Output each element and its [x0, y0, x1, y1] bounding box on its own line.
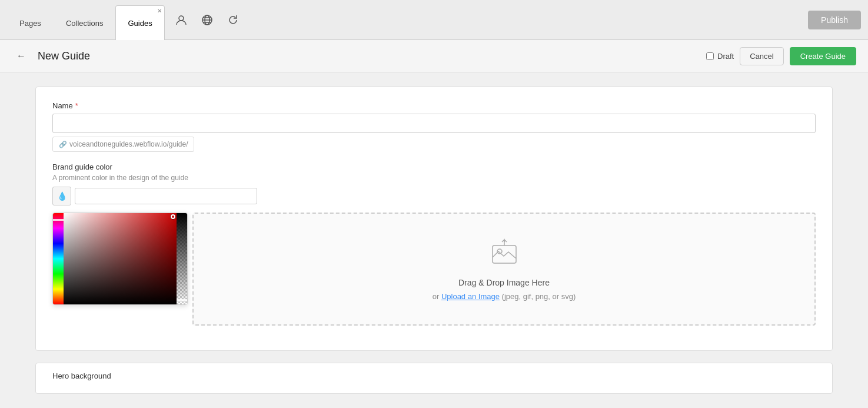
- upload-icon: [489, 237, 520, 268]
- name-required-star: *: [75, 101, 78, 110]
- alpha-strip[interactable]: [177, 213, 187, 304]
- topbar-icons: [169, 0, 245, 39]
- top-bar: Pages Collections Guides ✕: [0, 0, 868, 40]
- page-header-actions: Draft Cancel Create Guide: [706, 47, 856, 65]
- url-preview-text: voiceandtoneguides.webflow.io/guide/: [69, 140, 188, 148]
- hero-bg-label: Hero background: [52, 371, 816, 380]
- draft-checkbox-input[interactable]: [706, 52, 714, 60]
- upload-or-text: or: [433, 292, 440, 301]
- cancel-button[interactable]: Cancel: [740, 47, 783, 65]
- color-input-row: 💧: [52, 187, 816, 205]
- color-dropper-button[interactable]: 💧: [52, 187, 71, 205]
- tab-collections[interactable]: Collections: [54, 5, 116, 40]
- globe-icon: [201, 14, 213, 26]
- hero-bg-section: Hero background: [35, 363, 833, 394]
- back-button[interactable]: ←: [12, 48, 31, 64]
- svg-point-0: [179, 16, 184, 21]
- tab-guides[interactable]: Guides ✕: [115, 5, 164, 40]
- color-image-row: Drag & Drop Image Here or Upload an Imag…: [52, 213, 816, 326]
- color-hex-input[interactable]: [75, 188, 257, 204]
- hue-strip[interactable]: [53, 213, 64, 304]
- color-label: Brand guide color: [52, 162, 816, 171]
- draft-checkbox-label[interactable]: Draft: [706, 52, 734, 61]
- create-guide-button[interactable]: Create Guide: [790, 47, 856, 65]
- name-label-text: Name: [52, 101, 73, 110]
- upload-formats-text: (jpeg, gif, png, or svg): [502, 292, 576, 301]
- globe-icon-btn[interactable]: [195, 8, 219, 32]
- refresh-icon: [227, 14, 239, 26]
- saturation-cursor: [171, 214, 175, 219]
- hero-bg-card: Hero background: [35, 363, 833, 394]
- link-icon: 🔗: [59, 141, 67, 148]
- publish-button[interactable]: Publish: [808, 11, 861, 29]
- draft-label: Draft: [717, 52, 734, 61]
- saturation-area[interactable]: [64, 213, 177, 304]
- refresh-icon-btn[interactable]: [221, 8, 245, 32]
- color-field-group: Brand guide color A prominent color in t…: [52, 162, 816, 326]
- color-picker-popup[interactable]: [52, 213, 188, 305]
- upload-icon-wrap: [489, 237, 520, 273]
- hue-indicator: [53, 219, 64, 221]
- upload-sub-text: or Upload an Image (jpeg, gif, png, or s…: [433, 292, 576, 301]
- upload-main-text: Drag & Drop Image Here: [458, 278, 550, 287]
- image-upload-area[interactable]: Drag & Drop Image Here or Upload an Imag…: [192, 213, 816, 326]
- page-header: ← New Guide Draft Cancel Create Guide: [0, 40, 868, 72]
- url-preview: 🔗 voiceandtoneguides.webflow.io/guide/: [52, 137, 194, 152]
- name-label: Name *: [52, 101, 816, 110]
- upload-link[interactable]: Upload an Image: [441, 292, 500, 301]
- tab-guides-close[interactable]: ✕: [157, 8, 162, 14]
- color-desc: A prominent color in the design of the g…: [52, 174, 816, 182]
- main-content: Name * 🔗 voiceandtoneguides.webflow.io/g…: [0, 72, 868, 408]
- page-title: New Guide: [38, 50, 90, 62]
- user-icon: [175, 14, 187, 26]
- name-field-group: Name * 🔗 voiceandtoneguides.webflow.io/g…: [52, 101, 816, 152]
- form-card: Name * 🔗 voiceandtoneguides.webflow.io/g…: [35, 87, 833, 351]
- user-icon-btn[interactable]: [169, 8, 193, 32]
- dropper-icon: 💧: [57, 191, 67, 201]
- alpha-indicator: [177, 299, 187, 301]
- tab-pages[interactable]: Pages: [7, 5, 54, 40]
- tab-pages-label: Pages: [19, 19, 41, 28]
- tab-collections-label: Collections: [66, 19, 104, 28]
- tab-guides-label: Guides: [128, 19, 152, 28]
- back-arrow-icon: ←: [16, 51, 26, 61]
- name-input[interactable]: [52, 114, 816, 133]
